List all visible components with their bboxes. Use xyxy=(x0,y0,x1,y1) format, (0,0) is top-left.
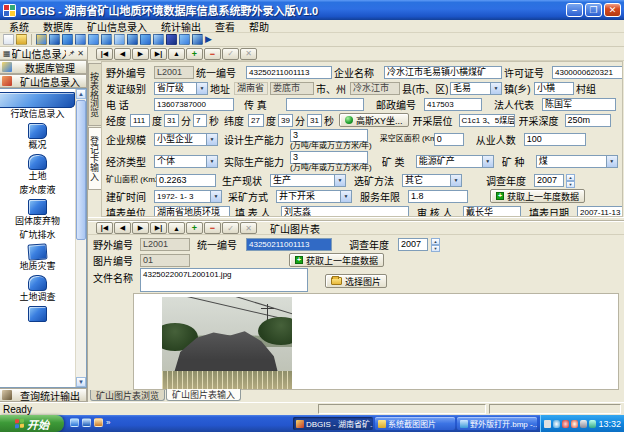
fax-input[interactable] xyxy=(286,98,364,111)
post-record-button[interactable]: ✓ xyxy=(222,48,239,60)
sidebar-item-overview[interactable]: 概况 xyxy=(5,123,71,150)
task-screenshots-folder[interactable]: 系统截图图片 xyxy=(375,417,455,430)
sidebar-item-land[interactable]: 土地 xyxy=(5,154,71,181)
toolbar-icon-12[interactable] xyxy=(179,34,190,45)
actual-capacity-input[interactable]: 3 xyxy=(290,151,368,164)
toolbar-icon-13[interactable] xyxy=(192,34,203,45)
toolbar-icon-9[interactable] xyxy=(140,34,151,45)
sidebar-group-database[interactable]: 数据库管理 xyxy=(0,60,87,74)
sidebar-item-geo-hazard[interactable]: 地质灾害 xyxy=(5,244,71,271)
town-input[interactable]: 小横 xyxy=(534,82,574,95)
pin-icon[interactable]: 📌︎ xyxy=(66,49,76,58)
quick-launch-icon-2[interactable] xyxy=(82,418,91,427)
choose-picture-button[interactable]: 选择图片 xyxy=(325,274,387,288)
tray-icon-6[interactable] xyxy=(589,420,596,428)
sidebar-item-wastewater[interactable]: 废水废液 xyxy=(5,185,71,195)
tab-photo-browse[interactable]: 矿山图片表浏览 xyxy=(90,390,165,401)
license-input[interactable]: 4300000620321 xyxy=(552,66,623,79)
first-record-button[interactable]: |◀ xyxy=(96,48,113,60)
survey-year-input[interactable]: 2007 xyxy=(534,174,564,187)
minimize-button[interactable]: – xyxy=(566,3,583,17)
cert-level-combo[interactable]: 省厅级▼ xyxy=(154,82,208,95)
zip-input[interactable]: 417503 xyxy=(424,98,482,111)
post-record-button[interactable]: ✓ xyxy=(222,222,239,234)
lat-sec-input[interactable]: 31 xyxy=(307,114,322,127)
tray-icon-4[interactable] xyxy=(571,420,578,428)
close-sidebar-icon[interactable]: ✕ xyxy=(76,49,85,58)
task-bmp-image[interactable]: 野外版打开.bmp -.. xyxy=(457,417,537,430)
toolbar-icon-5[interactable] xyxy=(88,34,99,45)
economy-type-combo[interactable]: 个体▼ xyxy=(154,155,218,168)
sidebar-item-solid-waste[interactable]: 固体废弃物 xyxy=(5,199,71,226)
mining-method-combo[interactable]: 井下开采▼ xyxy=(276,190,352,203)
sidebar-scrollbar[interactable]: ▲ ▼ xyxy=(75,89,86,387)
uid-input[interactable]: 43250211001113 xyxy=(246,66,332,79)
year-spinner[interactable]: ▲▼ xyxy=(566,174,575,187)
cancel-record-button[interactable]: ✕ xyxy=(240,48,257,60)
photo-year-input[interactable]: 2007 xyxy=(398,238,428,251)
toolbar-icon-3[interactable] xyxy=(62,34,73,45)
prev-record-button[interactable]: ◀ xyxy=(114,222,131,234)
company-input[interactable]: 冷水江市毛易镇小横煤矿 xyxy=(384,66,502,79)
toolbar-icon-2[interactable] xyxy=(49,34,60,45)
photo-uid-input-selected[interactable]: 43250211001113 xyxy=(246,238,332,251)
tray-icon-1[interactable] xyxy=(544,420,551,428)
toolbar-icon-6[interactable] xyxy=(101,34,112,45)
close-button[interactable]: ✕ xyxy=(604,3,621,17)
tray-icon-2[interactable] xyxy=(553,420,560,428)
tab-table-browse[interactable]: 按表格浏览 xyxy=(88,63,101,126)
mine-area-input[interactable]: 0.2263 xyxy=(156,174,216,187)
file-name-input[interactable]: 4325022007L200101.jpg xyxy=(140,268,308,292)
beneficiation-combo[interactable]: 其它▼ xyxy=(402,174,462,187)
delete-record-button[interactable]: − xyxy=(204,222,221,234)
service-life-input[interactable]: 1.8 xyxy=(408,190,468,203)
scroll-up-icon[interactable]: ▲ xyxy=(76,89,86,99)
lon-min-input[interactable]: 31 xyxy=(164,114,179,127)
toolbar-icon-10[interactable] xyxy=(153,34,164,45)
chevron-down-icon[interactable]: ▼ xyxy=(206,133,218,146)
lon-deg-input[interactable]: 111 xyxy=(130,114,150,127)
scale-combo[interactable]: 小型企业▼ xyxy=(154,133,218,146)
scroll-thumb[interactable] xyxy=(76,100,86,240)
mineral-class-combo[interactable]: 能源矿产▼ xyxy=(416,155,494,168)
mineral-kind-combo[interactable]: 煤▼ xyxy=(536,155,618,168)
next-record-button[interactable]: ▶ xyxy=(132,48,149,60)
add-record-button[interactable]: + xyxy=(186,222,203,234)
city-field[interactable]: 娄底市 xyxy=(270,82,314,95)
chevron-down-icon[interactable]: ▼ xyxy=(450,174,462,187)
goaf-area-input[interactable]: 0 xyxy=(434,133,464,146)
next-record-button[interactable]: ▶ xyxy=(132,222,149,234)
county-combo[interactable]: 毛易▼ xyxy=(450,82,502,95)
menu-mine-entry[interactable]: 矿山信息录入 xyxy=(80,19,154,34)
chevron-down-icon[interactable]: ▼ xyxy=(206,155,218,168)
more-tools-arrow-icon[interactable]: ▶ xyxy=(205,34,216,45)
design-capacity-input[interactable]: 3 xyxy=(290,129,368,142)
lat-deg-input[interactable]: 27 xyxy=(248,114,264,127)
chevron-down-icon[interactable]: ▼ xyxy=(196,82,208,95)
lon-sec-input[interactable]: 7 xyxy=(193,114,207,127)
mining-depth-input[interactable]: 250m xyxy=(565,114,611,127)
built-date-combo[interactable]: 1972- 1- 3▼ xyxy=(154,190,222,203)
quick-launch-more-icon[interactable]: » xyxy=(106,418,110,427)
get-previous-year-button[interactable]: +获取上一年度数据 xyxy=(490,189,585,203)
start-button[interactable]: 开始 xyxy=(0,415,64,432)
tray-icon-3[interactable] xyxy=(562,420,569,428)
photo-field-no-input[interactable]: L2001 xyxy=(140,238,190,251)
chevron-down-icon[interactable]: ▼ xyxy=(334,174,346,187)
filler-input[interactable]: 刘志淼 xyxy=(281,206,409,218)
menu-view[interactable]: 查看 xyxy=(208,19,242,34)
toolbar-icon-11[interactable] xyxy=(166,34,177,45)
photo-year-spinner[interactable]: ▲▼ xyxy=(431,238,440,251)
last-record-button[interactable]: ▶| xyxy=(150,48,167,60)
workers-input[interactable]: 100 xyxy=(524,133,586,146)
photo-get-previous-year-button[interactable]: +获取上一年度数据 xyxy=(289,253,384,267)
phone-input[interactable]: 13607387000 xyxy=(154,98,234,111)
chevron-down-icon[interactable]: ▼ xyxy=(490,82,502,95)
last-record-button[interactable]: ▶| xyxy=(150,222,167,234)
tab-photo-entry[interactable]: 矿山图片表输入 xyxy=(166,389,241,401)
menu-database[interactable]: 数据库 xyxy=(36,19,80,34)
pic-no-input[interactable]: 01 xyxy=(140,254,190,267)
restore-button[interactable]: ❐ xyxy=(585,3,602,17)
cancel-record-button[interactable]: ✕ xyxy=(240,222,257,234)
toolbar-icon-1[interactable] xyxy=(36,34,47,45)
